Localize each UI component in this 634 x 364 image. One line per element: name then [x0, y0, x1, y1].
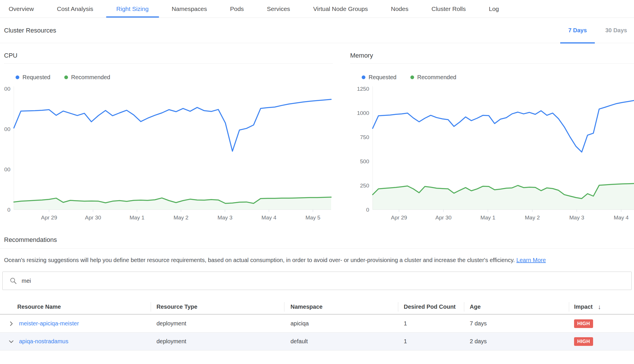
recommendations-description: Ocean's resizing suggestions will help y…	[4, 256, 630, 264]
search-input[interactable]	[22, 278, 569, 284]
column-header-resource-type[interactable]: Resource Type	[151, 300, 284, 314]
tab-cluster-rolls[interactable]: Cluster Rolls	[431, 0, 466, 18]
svg-text:May 1: May 1	[480, 215, 495, 221]
recommended-dot-icon	[410, 75, 414, 79]
recommendations-header: Recommendations	[0, 236, 634, 249]
svg-text:May 3: May 3	[569, 215, 584, 221]
svg-text:1250: 1250	[357, 86, 369, 92]
svg-text:200: 200	[4, 166, 10, 172]
tab-virtual-node-groups[interactable]: Virtual Node Groups	[313, 0, 368, 18]
search-icon	[10, 277, 17, 285]
svg-text:600: 600	[4, 86, 10, 92]
requested-dot-icon	[16, 75, 19, 79]
legend-recommended[interactable]: Recommended	[410, 74, 456, 81]
legend-recommended-label: Recommended	[71, 74, 110, 81]
legend-requested[interactable]: Requested	[16, 74, 50, 81]
desired-pod-count-cell: 1	[398, 315, 464, 332]
namespace-cell: default	[284, 333, 398, 350]
svg-text:May 3: May 3	[218, 215, 233, 221]
recommendations-description-text: Ocean's resizing suggestions will help y…	[4, 257, 515, 263]
tab-services[interactable]: Services	[267, 0, 290, 18]
age-cell: 7 days	[464, 315, 569, 332]
legend-requested[interactable]: Requested	[362, 74, 397, 81]
desired-pod-count-cell: 1	[398, 333, 464, 350]
svg-text:May 1: May 1	[130, 215, 145, 221]
resource-search-box	[2, 272, 632, 290]
svg-text:May 4: May 4	[614, 215, 629, 221]
svg-text:500: 500	[360, 158, 369, 164]
svg-text:May 2: May 2	[525, 215, 540, 221]
cpu-chart-section: CPU Requested Recommended 0200400600Apr …	[4, 43, 333, 222]
resource-name-link[interactable]: apiqa-nostradamus	[19, 338, 68, 345]
table-row[interactable]: meister-apiciqa-meister deployment apici…	[0, 315, 634, 333]
svg-text:May 2: May 2	[173, 215, 188, 221]
column-header-namespace[interactable]: Namespace	[284, 300, 398, 314]
cpu-line-chart: 0200400600Apr 29Apr 30May 1May 2May 3May…	[4, 84, 333, 222]
tab-cost-analysis[interactable]: Cost Analysis	[57, 0, 93, 18]
legend-recommended[interactable]: Recommended	[64, 74, 110, 81]
svg-text:1000: 1000	[357, 110, 369, 116]
legend-requested-label: Requested	[22, 74, 50, 81]
cluster-resources-header: Cluster Resources 7 Days 30 Days	[0, 18, 634, 43]
age-cell: 2 days	[464, 333, 569, 350]
top-tab-bar: Overview Cost Analysis Right Sizing Name…	[0, 0, 634, 18]
tab-overview[interactable]: Overview	[9, 0, 34, 18]
tab-right-sizing[interactable]: Right Sizing	[116, 0, 149, 18]
charts-row: CPU Requested Recommended 0200400600Apr …	[0, 43, 634, 222]
table-header-row: Resource Name Resource Type Namespace De…	[0, 300, 634, 315]
svg-text:Apr 30: Apr 30	[85, 215, 101, 221]
namespace-cell: apiciqa	[284, 315, 398, 332]
range-7-days[interactable]: 7 Days	[568, 18, 587, 43]
range-30-days[interactable]: 30 Days	[605, 18, 627, 43]
chevron-down-icon[interactable]	[8, 338, 14, 345]
column-header-resource-name[interactable]: Resource Name	[0, 300, 151, 314]
memory-line-chart: 025050075010001250Apr 29Apr 30May 1May 2…	[350, 84, 634, 222]
resource-name-link[interactable]: meister-apiciqa-meister	[19, 320, 79, 327]
sort-descending-icon[interactable]: ↓	[598, 303, 601, 311]
memory-chart-legend: Requested Recommended	[362, 74, 634, 81]
tab-log[interactable]: Log	[489, 0, 499, 18]
column-header-desired-pod-count[interactable]: Desired Pod Count	[398, 300, 464, 314]
cluster-resources-title: Cluster Resources	[4, 27, 56, 34]
recommendations-table: Resource Name Resource Type Namespace De…	[0, 300, 634, 350]
svg-text:400: 400	[4, 126, 10, 132]
svg-text:Apr 29: Apr 29	[391, 215, 407, 221]
svg-text:750: 750	[360, 134, 369, 140]
column-header-impact[interactable]: Impact ↓	[569, 300, 634, 314]
recommended-dot-icon	[64, 75, 68, 79]
memory-chart-title: Memory	[350, 52, 634, 64]
tab-namespaces[interactable]: Namespaces	[172, 0, 207, 18]
cpu-chart-legend: Requested Recommended	[16, 74, 333, 81]
chevron-right-icon[interactable]	[8, 321, 14, 327]
svg-text:250: 250	[360, 183, 369, 189]
svg-text:May 4: May 4	[261, 215, 276, 221]
requested-dot-icon	[362, 75, 365, 79]
cpu-chart-title: CPU	[4, 52, 333, 64]
learn-more-link[interactable]: Learn More	[516, 257, 546, 263]
tab-pods[interactable]: Pods	[230, 0, 244, 18]
legend-recommended-label: Recommended	[417, 74, 456, 81]
impact-high-badge: HIGH	[574, 337, 593, 346]
svg-text:Apr 29: Apr 29	[41, 215, 57, 221]
resource-type-cell: deployment	[151, 333, 284, 350]
svg-text:0: 0	[7, 207, 10, 213]
column-header-age[interactable]: Age	[464, 300, 569, 314]
svg-text:May 5: May 5	[305, 215, 320, 221]
date-range-toggle: 7 Days 30 Days	[568, 18, 630, 43]
table-row[interactable]: apiqa-nostradamus deployment default 1 2…	[0, 333, 634, 350]
recommendations-title: Recommendations	[4, 236, 634, 244]
memory-chart-section: Memory Requested Recommended 02505007501…	[350, 43, 634, 222]
legend-requested-label: Requested	[369, 74, 397, 81]
impact-high-badge: HIGH	[574, 319, 593, 328]
tab-nodes[interactable]: Nodes	[391, 0, 409, 18]
svg-text:0: 0	[366, 207, 369, 213]
resource-type-cell: deployment	[151, 315, 284, 332]
svg-text:Apr 30: Apr 30	[435, 215, 452, 221]
